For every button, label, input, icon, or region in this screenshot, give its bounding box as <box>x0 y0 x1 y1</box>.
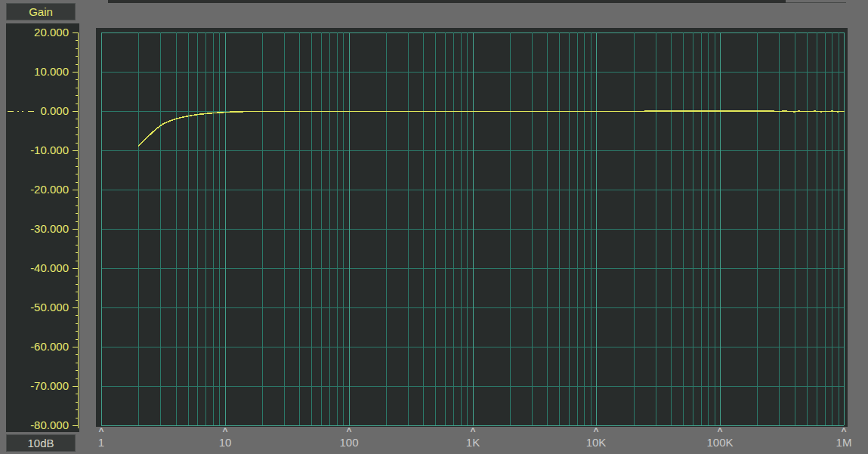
x-axis-labels: 1101001K10K100K1M <box>0 435 868 452</box>
y-axis-label: -20.000 <box>30 181 69 197</box>
x-axis-label: 100K <box>697 435 743 450</box>
y-axis-label: -60.000 <box>30 338 69 354</box>
x-axis-arrows: ^^^^^^^ <box>0 427 868 435</box>
gain-pane-button[interactable]: Gain <box>6 3 76 20</box>
x-axis-label: 100 <box>326 435 372 450</box>
y-axis-label: 20.000 <box>34 24 69 40</box>
plot-svg <box>96 28 848 427</box>
gain-trace <box>138 111 844 146</box>
y-axis-label: -40.000 <box>30 260 69 276</box>
y-axis-label: -10.000 <box>30 142 69 158</box>
x-axis-label: 1M <box>821 435 866 450</box>
y-axis-label: 10.000 <box>34 63 69 79</box>
gain-pane-label: Gain <box>29 5 53 18</box>
y-axis-labels: 20.00010.0000.000-10.000-20.000-30.000-4… <box>6 23 79 432</box>
x-axis-label: 10 <box>202 435 248 450</box>
y-axis-label: 0.000 <box>40 103 69 119</box>
y-axis-label: -30.000 <box>30 221 69 236</box>
y-axis-label: -50.000 <box>30 299 69 315</box>
x-axis-label: 1 <box>79 435 124 450</box>
plot-area[interactable] <box>96 28 848 427</box>
x-axis-label: 1K <box>450 435 496 450</box>
top-divider-line <box>786 2 846 3</box>
x-axis-label: 10K <box>573 435 619 450</box>
top-divider-strip <box>108 0 786 3</box>
y-axis-label: -70.000 <box>30 378 69 394</box>
